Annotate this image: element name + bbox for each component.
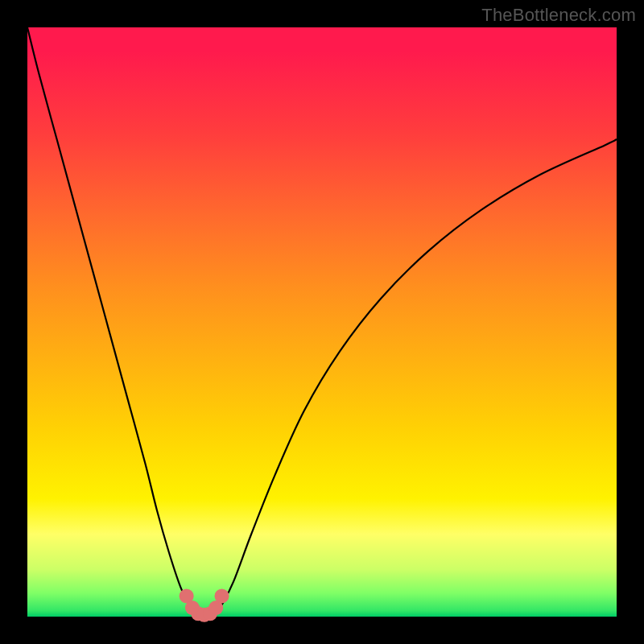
highlight-markers — [180, 588, 229, 621]
plot-area — [27, 27, 617, 617]
watermark-text: TheBottleneck.com — [481, 5, 636, 26]
marker-dot — [215, 588, 229, 603]
chart-svg — [27, 27, 617, 617]
bottleneck-curve — [27, 27, 617, 617]
chart-frame: TheBottleneck.com — [0, 0, 644, 644]
